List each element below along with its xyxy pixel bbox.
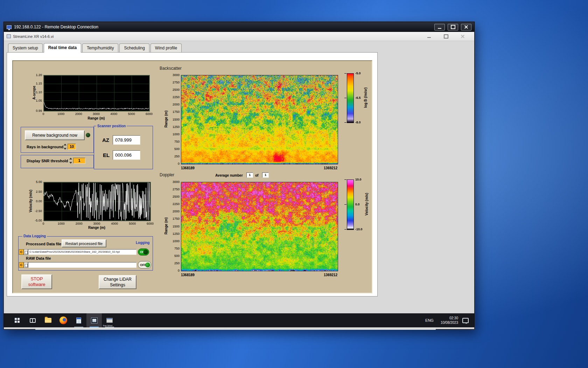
ascope-plot (43, 75, 150, 111)
document-icon (76, 318, 81, 323)
azimuth-label: AZ (102, 137, 109, 143)
tick-label: 6000 (143, 222, 157, 225)
clock-time: 02:30 (441, 316, 458, 320)
tick-label: 1.15 (26, 82, 42, 85)
rdp-minimize-button[interactable] (434, 24, 445, 30)
processed-logging-toggle[interactable]: ON (138, 248, 149, 255)
taskbar-icons: Scan Sched (9, 313, 117, 327)
tab-wind-profile[interactable]: Wind profile (150, 43, 182, 52)
tick-label: 5000 (125, 112, 139, 116)
rdp-maximize-button[interactable] (448, 24, 458, 30)
app-close-button[interactable] (458, 33, 467, 40)
stop-software-button[interactable]: STOP software (21, 274, 52, 289)
spinner-down-icon[interactable] (64, 148, 66, 150)
icon-caption: Scan Sched (103, 325, 116, 327)
taskbar-clock[interactable]: 02:30 10/08/2023 (441, 316, 458, 325)
streamline-app-icon[interactable] (86, 313, 102, 327)
scan-scheduler-icon (106, 318, 113, 323)
spinner-up-icon[interactable] (64, 144, 66, 145)
tick-label: 1500 (165, 225, 180, 228)
language-indicator[interactable]: ENG (422, 318, 436, 322)
document-icon[interactable] (71, 313, 86, 327)
tick-label: 1000 (165, 132, 180, 136)
scan-scheduler-icon[interactable]: Scan Sched (102, 313, 117, 327)
snr-spinner[interactable] (69, 158, 72, 164)
average-number-value[interactable]: 1 (246, 172, 253, 178)
front-panel: A-scope Range (m) Renew background now R… (12, 60, 372, 293)
file-explorer-icon[interactable] (40, 313, 56, 327)
start-icon[interactable] (9, 313, 25, 327)
app-icon (7, 34, 11, 38)
firefox-icon[interactable] (56, 313, 71, 327)
tick-label: 0 (36, 222, 50, 225)
tick-label: 2000 (165, 103, 180, 106)
logging-label: Logging (136, 241, 149, 245)
raw-logging-toggle[interactable]: OFF (138, 261, 151, 268)
tick-label: 1500 (165, 118, 180, 121)
tick-label: 2500 (165, 195, 180, 198)
app-maximize-button[interactable] (441, 33, 450, 40)
tab-system-setup[interactable]: System setup (8, 43, 43, 52)
processed-drive-letter[interactable]: C (19, 249, 24, 255)
colorbar-tick-icon (344, 229, 346, 230)
average-of-label: of (255, 173, 258, 178)
task-view-icon[interactable] (25, 313, 40, 327)
raw-drive-letter[interactable]: C (19, 262, 24, 268)
app-window-controls (425, 33, 467, 40)
toggle-knob-icon (143, 250, 148, 254)
rdp-close-button[interactable] (461, 24, 471, 30)
colorbar-tick-label: -8.0 (355, 121, 361, 124)
tick-label: 3000 (165, 180, 180, 184)
spinner-up-icon[interactable] (69, 158, 72, 159)
tick-label: 2500 (165, 88, 180, 91)
tick-label: 2000 (165, 210, 180, 213)
colorbar-tick-label: -6.5 (355, 96, 361, 100)
taskbar-bottom-strip (35, 327, 436, 330)
snr-threshold-value[interactable]: 1 (73, 158, 85, 164)
raw-path-field[interactable] (28, 262, 136, 268)
tab-scheduling[interactable]: Scheduling (119, 43, 149, 52)
doppler-colorbar-label: Velocity (m/s) (365, 189, 369, 220)
app-titlebar[interactable]: StreamLine XR v14-6.vi (4, 32, 474, 41)
x-axis-start-label: 1368189 (181, 273, 195, 277)
streamline-app-icon (91, 318, 98, 323)
x-axis-end-label: 1369212 (309, 273, 337, 277)
tick-label: 1750 (165, 217, 180, 220)
restart-processed-file-button[interactable]: Restart processed file (62, 239, 106, 247)
processed-path-field[interactable]: C:\Lidar\Data\Proc\2023\202308\20230810\… (28, 249, 136, 255)
rdp-window-title: 192.168.0.122 - Remote Desktop Connectio… (14, 25, 98, 29)
raw-data-file-label: RAW Data file (26, 256, 51, 260)
remote-desktop-icon (7, 25, 12, 29)
tab-real-time-data[interactable]: Real time data (44, 43, 81, 53)
average-total-value[interactable]: 1 (262, 172, 269, 178)
tick-label: 500 (165, 254, 180, 258)
backscatter-colorbar-label: log B (/m/sr) (364, 82, 368, 114)
elevation-value[interactable]: 000.096 (113, 150, 140, 160)
velocity-plot (43, 182, 151, 221)
processed-browse-icon[interactable] (24, 249, 28, 255)
tick-label: 2250 (165, 95, 180, 99)
renew-background-button[interactable]: Renew background now (25, 130, 85, 140)
tick-label: 1.05 (26, 99, 42, 102)
tick-label: 500 (165, 147, 180, 151)
change-lidar-settings-button[interactable]: Change LiDAR Settings (99, 275, 136, 289)
rays-spinner[interactable] (63, 144, 67, 150)
tick-label: 4000 (107, 222, 121, 225)
azimuth-value[interactable]: 078.999 (113, 135, 140, 145)
velocity-x-axis-title: Range (m) (43, 226, 150, 230)
rays-in-background-value[interactable]: 10 (68, 144, 76, 150)
tick-label: 1250 (165, 232, 180, 236)
app-minimize-button[interactable] (425, 33, 434, 40)
rays-in-background-label: Rays in background (27, 145, 63, 149)
clock-date: 10/08/2023 (441, 320, 458, 325)
notification-chat-icon[interactable] (462, 318, 469, 323)
tick-label: 2750 (165, 81, 180, 84)
tab-bar: System setupReal time dataTemp/humidityS… (7, 41, 471, 52)
spinner-down-icon[interactable] (69, 162, 72, 164)
scanner-position-title: Scanner position (96, 124, 127, 128)
raw-browse-icon[interactable] (24, 262, 28, 268)
rdp-titlebar[interactable]: 192.168.0.122 - Remote Desktop Connectio… (4, 22, 474, 32)
tab-temp-humidity[interactable]: Temp/humidity (82, 43, 118, 52)
tick-label: -2.50 (26, 209, 42, 213)
backscatter-title: Backscatter (160, 66, 182, 71)
